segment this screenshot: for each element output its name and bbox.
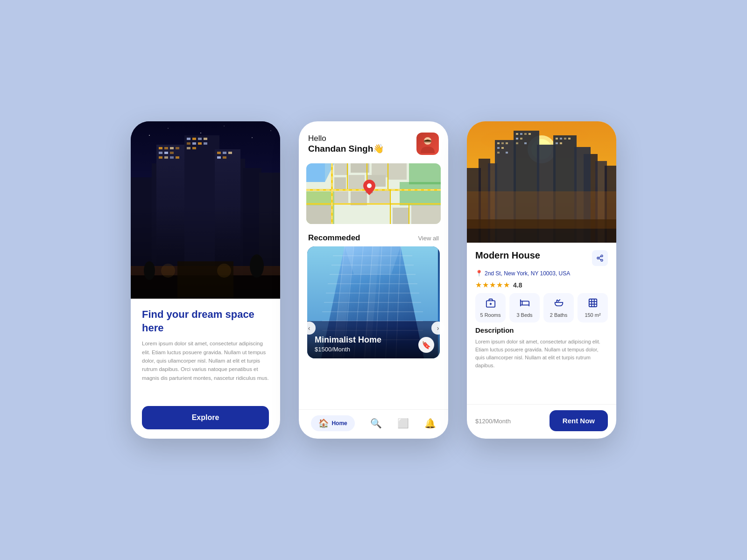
svg-rect-136 xyxy=(516,142,518,144)
rating-number: 4.8 xyxy=(513,281,522,289)
beds-icon xyxy=(520,298,530,310)
svg-point-5 xyxy=(252,137,253,138)
svg-marker-104 xyxy=(345,246,401,274)
svg-rect-143 xyxy=(560,142,562,144)
svg-rect-58 xyxy=(334,163,348,175)
svg-rect-36 xyxy=(192,147,196,149)
svg-rect-61 xyxy=(334,177,346,189)
svg-point-48 xyxy=(250,254,264,278)
explore-button[interactable]: Explore xyxy=(142,406,269,429)
bottom-navigation: 🏠 Home 🔍 ⬜ 🔔 xyxy=(299,409,448,439)
svg-rect-33 xyxy=(198,142,202,145)
location-pin-icon: 📍 xyxy=(475,270,483,277)
svg-rect-139 xyxy=(560,138,562,140)
property-carousel: ‹ xyxy=(303,246,444,409)
nav-home-label: Home xyxy=(331,420,347,427)
svg-rect-17 xyxy=(164,147,168,149)
svg-rect-55 xyxy=(409,163,441,184)
price-period: /Month xyxy=(492,418,511,425)
feature-rooms: 5 Rooms xyxy=(475,293,506,322)
svg-point-6 xyxy=(270,130,271,131)
svg-rect-142 xyxy=(556,142,558,144)
feature-area: 150 m² xyxy=(578,293,608,322)
map-container[interactable] xyxy=(306,163,441,224)
svg-rect-125 xyxy=(506,142,508,144)
view-all-link[interactable]: View all xyxy=(418,235,439,242)
svg-rect-68 xyxy=(393,208,409,224)
rating-row: ★★★★★ 4.8 xyxy=(475,280,608,289)
svg-rect-19 xyxy=(176,147,179,149)
hero-image xyxy=(131,121,280,299)
svg-rect-135 xyxy=(520,138,522,140)
screen2-header: Hello Chandan Singh👋 xyxy=(299,121,448,160)
nav-inbox-item[interactable]: ⬜ xyxy=(397,418,409,429)
svg-point-82 xyxy=(367,183,372,188)
area-icon xyxy=(588,298,598,310)
screens-container: Find your dream space here Lorem ipsum d… xyxy=(112,93,635,467)
share-icon xyxy=(596,254,604,262)
svg-rect-40 xyxy=(217,156,221,159)
svg-point-4 xyxy=(224,126,225,126)
nav-search-item[interactable]: 🔍 xyxy=(370,418,382,429)
svg-rect-41 xyxy=(223,156,226,159)
share-button[interactable] xyxy=(592,250,608,266)
bookmark-button[interactable]: 🔖 xyxy=(418,337,434,353)
avatar-person-svg xyxy=(418,134,437,153)
svg-rect-131 xyxy=(520,133,522,135)
svg-point-148 xyxy=(601,259,603,261)
baths-icon xyxy=(554,298,564,310)
city-buildings-svg xyxy=(131,121,280,299)
svg-rect-23 xyxy=(159,156,162,159)
greeting-line1: Hello xyxy=(308,134,384,143)
screen-1-phone: Find your dream space here Lorem ipsum d… xyxy=(131,121,280,439)
svg-rect-124 xyxy=(501,142,504,144)
svg-rect-30 xyxy=(204,138,207,140)
carousel-prev-button[interactable]: ‹ xyxy=(303,322,316,335)
svg-rect-64 xyxy=(388,163,407,180)
svg-rect-28 xyxy=(192,138,196,140)
svg-rect-26 xyxy=(176,156,179,159)
svg-rect-138 xyxy=(556,138,558,140)
screen1-tagline: Find your dream space here xyxy=(142,308,269,335)
svg-rect-132 xyxy=(524,133,527,135)
nav-notifications-item[interactable]: 🔔 xyxy=(424,418,436,429)
svg-rect-14 xyxy=(184,135,219,299)
svg-rect-35 xyxy=(187,147,190,149)
property-address: 2nd St, New York, NY 10003, USA xyxy=(485,270,570,277)
home-icon: 🏠 xyxy=(318,418,329,428)
svg-rect-128 xyxy=(497,152,500,154)
sunset-city-svg xyxy=(467,121,616,243)
bell-icon: 🔔 xyxy=(424,418,436,429)
svg-rect-54 xyxy=(400,182,441,205)
svg-rect-21 xyxy=(164,152,168,154)
svg-line-150 xyxy=(599,256,601,258)
svg-rect-51 xyxy=(424,140,431,142)
svg-point-1 xyxy=(149,135,150,136)
features-grid: 5 Rooms 3 Beds xyxy=(475,293,608,322)
svg-rect-24 xyxy=(164,156,168,159)
screen1-description: Lorem ipsum dolor sit amet, consectetur … xyxy=(142,339,269,382)
svg-rect-16 xyxy=(159,147,162,149)
rooms-label: 5 Rooms xyxy=(480,312,500,318)
rent-now-button[interactable]: Rent Now xyxy=(550,410,608,431)
svg-rect-141 xyxy=(568,138,571,140)
svg-rect-134 xyxy=(516,138,518,140)
description-text: Lorem ipsum dolor sit amet, consectetur … xyxy=(475,338,608,370)
svg-line-149 xyxy=(599,259,601,260)
carousel-next-button[interactable]: › xyxy=(431,322,444,335)
price-display: $1200/Month xyxy=(475,416,511,426)
property-card[interactable]: Minimalist Home $1500/Month 🔖 xyxy=(307,246,440,358)
rooms-icon xyxy=(486,298,496,310)
user-avatar[interactable] xyxy=(416,133,439,155)
recommended-header: Recommeded View all xyxy=(299,228,448,246)
price-amount: $1200 xyxy=(475,418,492,425)
svg-rect-15 xyxy=(215,149,240,299)
card-property-price: $1500/Month xyxy=(315,346,432,353)
svg-point-3 xyxy=(200,133,201,133)
svg-rect-69 xyxy=(411,205,441,224)
svg-rect-20 xyxy=(159,152,162,154)
svg-rect-145 xyxy=(467,191,616,229)
svg-point-46 xyxy=(217,264,231,278)
nav-home-item[interactable]: 🏠 Home xyxy=(311,415,354,431)
inbox-icon: ⬜ xyxy=(397,418,409,429)
